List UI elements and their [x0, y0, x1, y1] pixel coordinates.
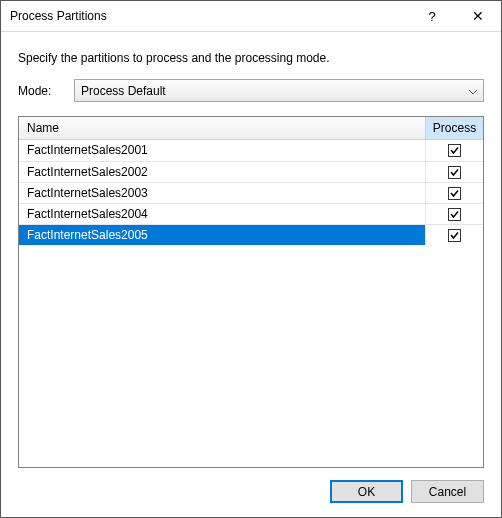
ok-button[interactable]: OK: [330, 480, 403, 503]
table-row[interactable]: FactInternetSales2001: [19, 140, 483, 161]
table-row[interactable]: FactInternetSales2005: [19, 224, 483, 245]
table-row[interactable]: FactInternetSales2004: [19, 203, 483, 224]
partition-name: FactInternetSales2001: [19, 140, 426, 161]
partition-name: FactInternetSales2005: [19, 225, 426, 245]
process-checkbox[interactable]: [448, 166, 461, 179]
cancel-button-label: Cancel: [429, 485, 466, 499]
mode-select[interactable]: Process Default: [74, 79, 484, 102]
process-checkbox[interactable]: [448, 208, 461, 221]
close-button[interactable]: ✕: [455, 1, 501, 31]
close-icon: ✕: [472, 8, 484, 24]
process-cell: [426, 162, 483, 182]
dialog-window: Process Partitions ? ✕ Specify the parti…: [0, 0, 502, 518]
column-header-name[interactable]: Name: [19, 117, 426, 140]
titlebar: Process Partitions ? ✕: [1, 1, 501, 32]
partition-name: FactInternetSales2004: [19, 204, 426, 224]
mode-row: Mode: Process Default: [18, 79, 484, 102]
partition-name: FactInternetSales2002: [19, 162, 426, 182]
process-cell: [426, 225, 483, 245]
instruction-text: Specify the partitions to process and th…: [18, 51, 484, 65]
process-cell: [426, 183, 483, 203]
cancel-button[interactable]: Cancel: [411, 480, 484, 503]
process-cell: [426, 204, 483, 224]
mode-label: Mode:: [18, 84, 74, 98]
table-row[interactable]: FactInternetSales2003: [19, 182, 483, 203]
process-cell: [426, 140, 483, 161]
process-checkbox[interactable]: [448, 144, 461, 157]
dialog-body: Specify the partitions to process and th…: [1, 32, 501, 517]
partition-name: FactInternetSales2003: [19, 183, 426, 203]
mode-value: Process Default: [81, 84, 166, 98]
ok-button-label: OK: [358, 485, 375, 499]
window-title: Process Partitions: [10, 9, 409, 23]
process-checkbox[interactable]: [448, 187, 461, 200]
partitions-grid: Name Process FactInternetSales2001FactIn…: [18, 116, 484, 468]
chevron-down-icon: [469, 84, 477, 98]
process-checkbox[interactable]: [448, 229, 461, 242]
grid-body: FactInternetSales2001FactInternetSales20…: [19, 140, 483, 245]
grid-header: Name Process: [19, 117, 483, 140]
column-header-process[interactable]: Process: [426, 117, 483, 140]
table-row[interactable]: FactInternetSales2002: [19, 161, 483, 182]
dialog-footer: OK Cancel: [18, 468, 484, 503]
help-icon: ?: [428, 9, 435, 24]
help-button[interactable]: ?: [409, 1, 455, 31]
